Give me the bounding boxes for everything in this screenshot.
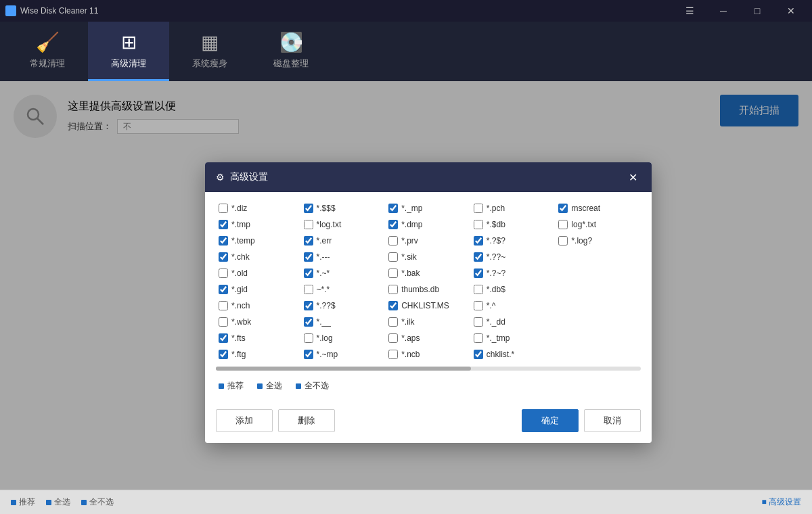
checkbox-36[interactable] [304, 317, 313, 327]
checkbox-33[interactable] [474, 301, 483, 310]
checkbox-12[interactable] [388, 236, 398, 246]
checkbox-8[interactable] [474, 220, 483, 229]
checkbox-item-19[interactable] [556, 249, 641, 265]
checkbox-16[interactable] [304, 252, 313, 262]
checkbox-0[interactable] [219, 204, 228, 213]
checkbox-item-15[interactable]: *.chk [216, 249, 301, 265]
checkbox-item-38[interactable]: *._dd [471, 314, 556, 330]
checkbox-42[interactable] [388, 333, 398, 343]
checkbox-4[interactable] [558, 204, 568, 213]
checkbox-item-39[interactable] [556, 314, 641, 330]
checkbox-5[interactable] [219, 220, 228, 229]
checkbox-35[interactable] [219, 317, 228, 327]
checkbox-item-42[interactable]: *.aps [386, 330, 471, 346]
checkbox-item-10[interactable]: *.temp [216, 233, 301, 249]
checkbox-item-45[interactable]: *.ftg [216, 346, 301, 363]
checkbox-17[interactable] [388, 252, 398, 262]
checkbox-item-1[interactable]: *.$$$ [301, 200, 386, 216]
checkbox-item-7[interactable]: *.dmp [386, 216, 471, 233]
checkbox-41[interactable] [304, 333, 313, 343]
cancel-button[interactable]: 取消 [584, 409, 641, 432]
checkbox-item-16[interactable]: *.--- [301, 249, 386, 265]
checkbox-15[interactable] [219, 252, 228, 262]
checkbox-item-29[interactable] [556, 281, 641, 298]
checkbox-item-0[interactable]: *.diz [216, 200, 301, 216]
checkbox-7[interactable] [388, 220, 398, 229]
checkbox-30[interactable] [219, 301, 228, 310]
checkbox-25[interactable] [219, 285, 228, 294]
checkbox-14[interactable] [558, 236, 568, 246]
advanced-settings-link[interactable]: ■ 高级设置 [761, 496, 801, 508]
checkbox-3[interactable] [474, 204, 483, 213]
checkbox-item-8[interactable]: *.$db [471, 216, 556, 233]
checkbox-item-25[interactable]: *.gid [216, 281, 301, 298]
nav-advanced-clean[interactable]: ⊞ 高级清理 [88, 22, 169, 81]
ok-button[interactable]: 确定 [522, 409, 579, 432]
nav-system-slim[interactable]: ▦ 系统瘦身 [169, 22, 250, 81]
checkbox-item-21[interactable]: *.~* [301, 265, 386, 281]
checkbox-item-46[interactable]: *.~mp [301, 346, 386, 363]
checkbox-31[interactable] [304, 301, 313, 310]
checkbox-21[interactable] [304, 268, 313, 278]
checkbox-item-5[interactable]: *.tmp [216, 216, 301, 233]
checkbox-10[interactable] [219, 236, 228, 246]
bottom-select-all[interactable]: 全选 [46, 496, 70, 508]
checkbox-item-4[interactable]: mscreat [556, 200, 641, 216]
checkbox-1[interactable] [304, 204, 313, 213]
checkbox-item-28[interactable]: *.db$ [471, 281, 556, 298]
checkbox-item-23[interactable]: *.?~? [471, 265, 556, 281]
checkbox-item-37[interactable]: *.ilk [386, 314, 471, 330]
checkbox-43[interactable] [474, 333, 483, 343]
scrollbar-indicator[interactable] [216, 367, 641, 371]
minimize-button[interactable]: ─ [708, 0, 739, 22]
delete-button[interactable]: 删除 [278, 409, 335, 432]
checkbox-item-26[interactable]: ~*.* [301, 281, 386, 298]
restore-button[interactable]: □ [742, 0, 773, 22]
add-button[interactable]: 添加 [216, 409, 273, 432]
checkbox-item-43[interactable]: *._tmp [471, 330, 556, 346]
checkbox-item-17[interactable]: *.sik [386, 249, 471, 265]
checkbox-item-49[interactable] [556, 346, 641, 363]
checkbox-item-2[interactable]: *._mp [386, 200, 471, 216]
checkbox-item-18[interactable]: *.??~ [471, 249, 556, 265]
checkbox-13[interactable] [474, 236, 483, 246]
checkbox-item-34[interactable] [556, 298, 641, 314]
nav-disk-defrag[interactable]: 💽 磁盘整理 [250, 22, 332, 81]
checkbox-item-22[interactable]: *.bak [386, 265, 471, 281]
checkbox-item-27[interactable]: thumbs.db [386, 281, 471, 298]
checkbox-item-20[interactable]: *.old [216, 265, 301, 281]
checkbox-item-44[interactable] [556, 330, 641, 346]
checkbox-9[interactable] [558, 220, 568, 229]
checkbox-2[interactable] [388, 204, 398, 213]
bottom-recommend[interactable]: 推荐 [11, 496, 35, 508]
close-button[interactable]: ✕ [775, 0, 807, 22]
checkbox-47[interactable] [388, 350, 398, 359]
checkbox-item-12[interactable]: *.prv [386, 233, 471, 249]
checkbox-45[interactable] [219, 350, 228, 359]
checkbox-item-31[interactable]: *.??$ [301, 298, 386, 314]
checkbox-item-13[interactable]: *.?$? [471, 233, 556, 249]
footer-select-none[interactable]: 全不选 [296, 380, 329, 392]
checkbox-11[interactable] [304, 236, 313, 246]
checkbox-item-14[interactable]: *.log? [556, 233, 641, 249]
checkbox-28[interactable] [474, 285, 483, 294]
nav-normal-clean[interactable]: 🧹 常规清理 [7, 22, 88, 81]
checkbox-item-9[interactable]: log*.txt [556, 216, 641, 233]
checkbox-item-32[interactable]: CHKLIST.MS [386, 298, 471, 314]
checkbox-item-40[interactable]: *.fts [216, 330, 301, 346]
checkbox-37[interactable] [388, 317, 398, 327]
footer-recommend[interactable]: 推荐 [219, 380, 244, 392]
checkbox-40[interactable] [219, 333, 228, 343]
checkbox-46[interactable] [304, 350, 313, 359]
checkbox-22[interactable] [388, 268, 398, 278]
checkbox-item-36[interactable]: *.__ [301, 314, 386, 330]
checkbox-item-35[interactable]: *.wbk [216, 314, 301, 330]
checkbox-20[interactable] [219, 268, 228, 278]
checkbox-item-11[interactable]: *.err [301, 233, 386, 249]
checkbox-48[interactable] [474, 350, 483, 359]
bottom-select-none[interactable]: 全不选 [81, 496, 114, 508]
dialog-close-button[interactable]: ✕ [625, 169, 641, 185]
checkbox-6[interactable] [304, 220, 313, 229]
checkbox-item-6[interactable]: *log.txt [301, 216, 386, 233]
checkbox-26[interactable] [304, 285, 313, 294]
